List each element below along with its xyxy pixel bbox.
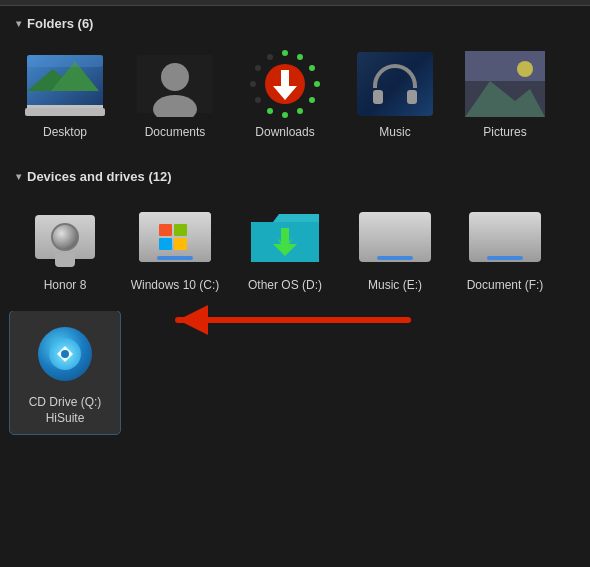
windows10c-icon: [135, 202, 215, 272]
svg-rect-4: [27, 55, 103, 67]
svg-rect-39: [157, 256, 193, 260]
devices-chevron-icon: ▾: [16, 171, 21, 182]
hisuite-inner-icon: [49, 338, 81, 370]
svg-rect-46: [469, 212, 541, 262]
documents-label: Documents: [145, 125, 206, 141]
svg-rect-6: [25, 108, 105, 116]
folder-downloads[interactable]: Downloads: [230, 41, 340, 149]
desktop-icon: [25, 49, 105, 119]
cddriveq-icon: [25, 319, 105, 389]
svg-point-22: [255, 65, 261, 71]
svg-rect-37: [159, 238, 172, 250]
pictures-icon: [465, 49, 545, 119]
folders-section-header[interactable]: ▾ Folders (6): [0, 6, 590, 37]
svg-rect-45: [377, 256, 413, 260]
folder-music[interactable]: Music: [340, 41, 450, 149]
downloads-icon: [245, 49, 325, 119]
musice-label: Music (E:): [368, 278, 422, 294]
svg-rect-47: [487, 256, 523, 260]
documentf-label: Document (F:): [467, 278, 544, 294]
svg-rect-32: [465, 51, 545, 117]
device-cddriveq[interactable]: CD Drive (Q:)HiSuite: [10, 311, 120, 434]
svg-point-48: [61, 350, 69, 358]
folder-documents[interactable]: Documents: [120, 41, 230, 149]
folder-pictures[interactable]: Pictures: [450, 41, 560, 149]
documentf-icon: [465, 202, 545, 272]
device-musice[interactable]: Music (E:): [340, 194, 450, 302]
svg-point-16: [309, 97, 315, 103]
headphones-shape: [373, 64, 417, 104]
musice-icon: [355, 202, 435, 272]
device-windows10c[interactable]: Windows 10 (C:): [120, 194, 230, 302]
devices-grid: Honor 8: [0, 190, 590, 312]
svg-point-9: [161, 63, 189, 91]
devices-section-header[interactable]: ▾ Devices and drives (12): [0, 159, 590, 190]
folder-desktop[interactable]: Desktop: [10, 41, 120, 149]
otherosd-label: Other OS (D:): [248, 278, 322, 294]
svg-point-20: [255, 97, 261, 103]
svg-point-12: [282, 50, 288, 56]
music-label: Music: [379, 125, 410, 141]
desktop-label: Desktop: [43, 125, 87, 141]
documents-icon: [135, 49, 215, 119]
svg-rect-34: [139, 212, 211, 262]
folders-chevron-icon: ▾: [16, 18, 21, 29]
device-documentf[interactable]: Document (F:): [450, 194, 560, 302]
folders-header-label: Folders (6): [27, 16, 93, 31]
svg-rect-35: [159, 224, 172, 236]
cddriveq-label: CD Drive (Q:)HiSuite: [29, 395, 102, 426]
device-honor8[interactable]: Honor 8: [10, 194, 120, 302]
otherosd-icon: [245, 202, 325, 272]
svg-point-21: [250, 81, 256, 87]
svg-point-13: [297, 54, 303, 60]
svg-rect-38: [174, 238, 187, 250]
svg-rect-36: [174, 224, 187, 236]
svg-point-19: [267, 108, 273, 114]
device-otherosd[interactable]: Other OS (D:): [230, 194, 340, 302]
folders-grid: Desktop Documents: [0, 37, 590, 159]
music-icon: [355, 49, 435, 119]
svg-rect-44: [359, 212, 431, 262]
svg-point-15: [314, 81, 320, 87]
svg-point-14: [309, 65, 315, 71]
devices-section: Honor 8: [0, 190, 590, 445]
pictures-label: Pictures: [483, 125, 526, 141]
svg-point-17: [297, 108, 303, 114]
svg-point-23: [267, 54, 273, 60]
honor8-icon: [25, 202, 105, 272]
devices-grid-row2: CD Drive (Q:)HiSuite: [0, 311, 590, 444]
svg-point-18: [282, 112, 288, 118]
windows10c-label: Windows 10 (C:): [131, 278, 220, 294]
devices-header-label: Devices and drives (12): [27, 169, 172, 184]
honor8-label: Honor 8: [44, 278, 87, 294]
downloads-label: Downloads: [255, 125, 314, 141]
